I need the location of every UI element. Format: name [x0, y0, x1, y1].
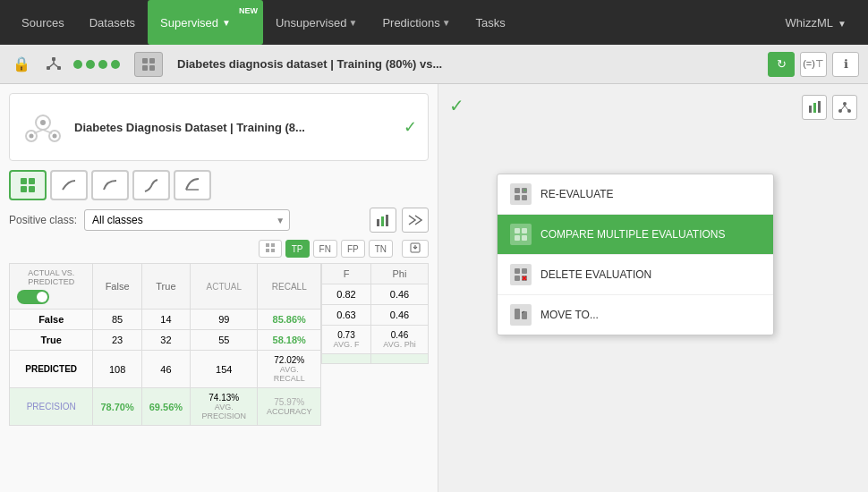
svg-rect-37: [813, 103, 816, 113]
svg-rect-36: [809, 106, 812, 113]
matrix-right: F Phi 0.82 0.46 0.63 0.46: [321, 263, 429, 426]
tab-curve3[interactable]: [132, 170, 170, 200]
f-false: 0.82: [322, 284, 371, 305]
menu-item-delete[interactable]: DELETE EVALUATION: [498, 255, 773, 295]
svg-rect-6: [142, 58, 148, 64]
svg-rect-27: [271, 243, 275, 247]
tag-all[interactable]: [259, 240, 282, 258]
svg-rect-47: [522, 195, 527, 200]
phi-false: 0.46: [370, 284, 428, 305]
precision-label: PRECISION: [10, 388, 93, 426]
nav-unsupervised[interactable]: Unsupervised ▼: [263, 0, 370, 45]
svg-rect-21: [29, 186, 35, 192]
menu-label-re-evaluate: RE-EVALUATE: [540, 188, 614, 200]
toggle-row: ACTUAL VS. PREDICTED: [17, 268, 85, 286]
precision-true: 69.56%: [141, 388, 190, 426]
svg-rect-7: [149, 58, 155, 64]
nav-user[interactable]: WhizzML ▼: [773, 16, 860, 30]
precision-false: 78.70%: [93, 388, 141, 426]
shuffle-button[interactable]: [402, 208, 429, 233]
context-menu: + RE-EVALUATE COMPARE MULTIPLE EVALUATIO…: [497, 174, 774, 335]
cell-pred-total: 154: [191, 351, 258, 388]
row-true-label: True: [10, 330, 93, 351]
tag-fp[interactable]: FP: [341, 240, 365, 258]
avg-phi-cell: 0.46 AVG. Phi: [370, 326, 428, 354]
menu-label-move: MOVE TO...: [540, 309, 599, 321]
precision-right-row: [322, 354, 429, 364]
nav-tasks[interactable]: Tasks: [464, 0, 518, 45]
re-evaluate-icon: +: [510, 183, 532, 205]
page-title: Diabetes diagnosis dataset | Training (8…: [177, 57, 761, 71]
tab-grid[interactable]: [9, 170, 47, 200]
nav-predictions[interactable]: Predictions ▼: [370, 0, 463, 45]
tab-curve1[interactable]: [50, 170, 88, 200]
tag-tp[interactable]: TP: [285, 240, 310, 258]
svg-rect-44: [515, 188, 520, 193]
bar-chart-button[interactable]: [370, 208, 396, 233]
corner-cell: ACTUAL VS. PREDICTED: [10, 264, 93, 310]
tree-icon[interactable]: [41, 52, 66, 77]
network-icon[interactable]: [832, 95, 857, 120]
phi-true: 0.46: [370, 305, 428, 326]
grid-view-icon[interactable]: [134, 52, 163, 77]
col-f: F: [322, 264, 371, 284]
toggle-switch[interactable]: [17, 290, 49, 304]
svg-rect-25: [386, 215, 388, 226]
dataset-card: Diabetes Diagnosis Dataset | Training (8…: [9, 93, 429, 161]
nav-supervised[interactable]: Supervised NEW ▼: [148, 0, 263, 45]
info-button[interactable]: ℹ: [832, 52, 859, 77]
positive-class-select[interactable]: All classes False True: [84, 209, 290, 231]
menu-label-compare: COMPARE MULTIPLE EVALUATIONS: [540, 228, 725, 241]
left-panel: Diabetes Diagnosis Dataset | Training (8…: [0, 84, 438, 492]
refresh-button[interactable]: ↻: [768, 52, 795, 77]
compare-icon: [510, 224, 532, 245]
tag-tn[interactable]: TN: [369, 240, 393, 258]
right-panel-actions: [802, 95, 857, 120]
row-false-label: False: [10, 310, 93, 330]
new-badge: NEW: [235, 5, 261, 16]
tab-curve2[interactable]: [91, 170, 129, 200]
toolbar-actions: ↻ (=)⊤ ℹ: [768, 52, 859, 77]
tag-fn[interactable]: FN: [313, 240, 337, 258]
svg-rect-54: [522, 268, 527, 274]
menu-item-compare[interactable]: COMPARE MULTIPLE EVALUATIONS: [498, 215, 773, 255]
dataset-title: Diabetes Diagnosis Dataset | Training (8…: [74, 121, 395, 134]
delete-icon: [510, 264, 532, 285]
nav-datasets[interactable]: Datasets: [77, 0, 148, 45]
col-recall: RECALL: [258, 264, 321, 310]
svg-rect-59: [515, 309, 520, 319]
menu-item-re-evaluate[interactable]: + RE-EVALUATE: [498, 174, 773, 215]
cell-tf: 23: [93, 330, 141, 351]
export-button[interactable]: [402, 240, 429, 258]
svg-rect-9: [149, 65, 155, 71]
top-navigation: Sources Datasets Supervised NEW ▼ Unsupe…: [0, 0, 868, 45]
sub-toolbar: 🔒 Diabetes diagnosis dataset | Training …: [0, 45, 868, 84]
svg-line-42: [841, 106, 845, 110]
precision-row: PRECISION 78.70% 69.56% 74.13% AVG. PREC…: [10, 388, 321, 426]
confusion-matrix: ACTUAL VS. PREDICTED False True ACTUAL R…: [9, 263, 429, 426]
formula-button[interactable]: (=)⊤: [800, 52, 827, 77]
f-true: 0.63: [322, 305, 371, 326]
matrix-left: ACTUAL VS. PREDICTED False True ACTUAL R…: [9, 263, 321, 426]
svg-rect-20: [21, 186, 27, 192]
right-pad2: [370, 354, 428, 364]
accuracy-cell: 75.97% ACCURACY: [258, 388, 321, 426]
cell-pred-f: 108: [93, 351, 141, 388]
cell-f-actual: 99: [191, 310, 258, 330]
lock-icon[interactable]: 🔒: [9, 52, 34, 77]
cell-avg-recall: 72.02% AVG. RECALL: [258, 351, 321, 388]
svg-point-16: [30, 134, 34, 139]
svg-line-4: [48, 64, 54, 68]
nav-sources[interactable]: Sources: [9, 0, 77, 45]
menu-item-move[interactable]: MOVE TO...: [498, 295, 773, 335]
bar-chart-icon[interactable]: [802, 95, 827, 120]
svg-rect-50: [522, 228, 527, 233]
svg-rect-28: [266, 249, 269, 252]
col-true: True: [141, 264, 190, 310]
menu-label-delete: DELETE EVALUATION: [540, 268, 651, 281]
right-check: ✓: [449, 95, 464, 116]
cell-t-recall: 58.18%: [258, 330, 321, 351]
col-actual: ACTUAL: [191, 264, 258, 310]
tab-curve4[interactable]: [174, 170, 211, 200]
col-phi: Phi: [370, 264, 428, 284]
